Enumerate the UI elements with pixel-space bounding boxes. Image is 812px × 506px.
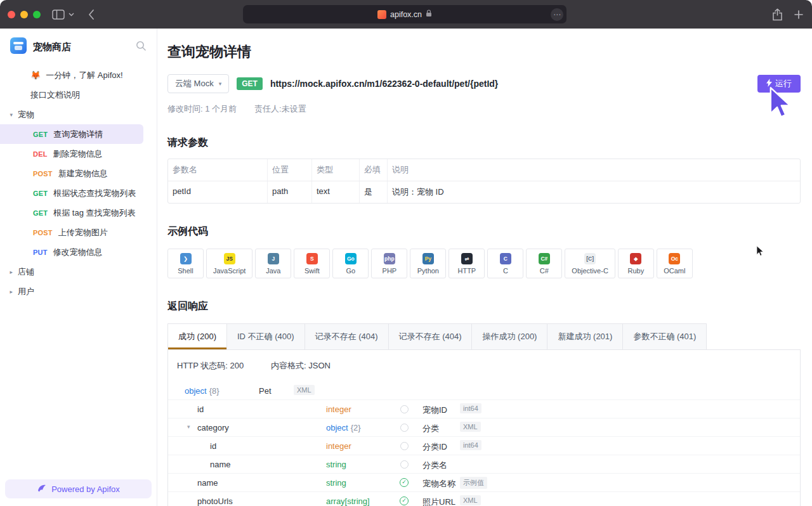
tab-created-201[interactable]: 新建成功 (201) bbox=[547, 323, 623, 350]
field-title: 分类名 bbox=[422, 460, 447, 471]
request-params-table: 参数名 位置 类型 必填 说明 petId path text 是 说明：宠物 … bbox=[167, 159, 801, 204]
schema-row-category-id[interactable]: id integer 分类ID int64 bbox=[168, 437, 800, 455]
lang-objc-button[interactable]: [C] Objective-C bbox=[565, 249, 615, 278]
run-button[interactable]: 运行 bbox=[757, 75, 801, 93]
objective-c-icon: [C] bbox=[584, 253, 596, 264]
schema-row-category[interactable]: category object{2} 分类 XML bbox=[168, 418, 800, 437]
tab-bad-param-401[interactable]: 参数不正确 (401) bbox=[622, 323, 707, 350]
chevron-down-icon[interactable] bbox=[187, 424, 190, 430]
schema-row-photourls[interactable]: photoUrls array[string] 照片URL XML bbox=[168, 492, 800, 506]
int64-badge: int64 bbox=[460, 403, 481, 413]
schema-row-category-name[interactable]: name string 分类名 bbox=[168, 455, 800, 474]
tab-success-200[interactable]: 成功 (200) bbox=[167, 323, 227, 350]
http-icon: ⇌ bbox=[461, 253, 473, 264]
browser-chrome: apifox.cn bbox=[0, 0, 812, 29]
minimize-window-button[interactable] bbox=[20, 11, 28, 18]
sidebar-item-delete-pet[interactable]: DEL 删除宠物信息 bbox=[0, 144, 157, 164]
php-icon: php bbox=[384, 253, 395, 264]
field-type: array[string] bbox=[326, 496, 370, 506]
field-title: 照片URL bbox=[422, 496, 455, 506]
lang-java-button[interactable]: J Java bbox=[255, 249, 291, 278]
lang-http-button[interactable]: ⇌ HTTP bbox=[449, 249, 485, 278]
response-panel: HTTP 状态码: 200 内容格式: JSON object{8} Pet X… bbox=[167, 349, 801, 506]
fullscreen-window-button[interactable] bbox=[33, 11, 41, 18]
sidebar-group-pets[interactable]: 宠物 bbox=[0, 105, 157, 124]
lang-c-button[interactable]: C C bbox=[487, 249, 523, 278]
param-description: 说明：宠物 ID bbox=[388, 181, 800, 203]
xml-badge[interactable]: XML bbox=[460, 422, 481, 432]
lang-shell-button[interactable]: ❯ Shell bbox=[167, 249, 204, 278]
site-favicon-icon bbox=[377, 10, 386, 19]
modified-time: 修改时间: 1 个月前 bbox=[167, 103, 237, 115]
tab-bad-id-400[interactable]: ID 不正确 (400) bbox=[226, 323, 305, 350]
sidebar-item-create-pet[interactable]: POST 新建宠物信息 bbox=[0, 164, 157, 183]
lang-python-button[interactable]: Py Python bbox=[410, 249, 446, 278]
col-param-name: 参数名 bbox=[168, 159, 268, 181]
active-tab-underline bbox=[168, 347, 226, 349]
mock-env-value: 云端 Mock bbox=[175, 78, 214, 89]
share-icon[interactable] bbox=[772, 8, 783, 21]
lang-csharp-button[interactable]: C# C# bbox=[526, 249, 562, 278]
field-count: {2} bbox=[351, 423, 361, 432]
tab-not-found-404-b[interactable]: 记录不存在 (404) bbox=[388, 323, 473, 350]
required-check-icon bbox=[400, 478, 409, 487]
lang-label: Swift bbox=[304, 267, 320, 275]
field-type: integer bbox=[326, 441, 351, 451]
tab-op-success-200[interactable]: 操作成功 (200) bbox=[471, 323, 547, 350]
col-required: 必填 bbox=[360, 159, 388, 181]
lock-icon bbox=[426, 10, 432, 19]
lang-ruby-button[interactable]: ◆ Ruby bbox=[618, 249, 654, 278]
sidebar-item-label: 修改宠物信息 bbox=[53, 247, 103, 258]
search-icon[interactable] bbox=[136, 41, 147, 54]
lang-php-button[interactable]: php PHP bbox=[371, 249, 407, 278]
xml-badge[interactable]: XML bbox=[294, 385, 315, 395]
sidebar-item-get-pet-detail[interactable]: GET 查询宠物详情 bbox=[0, 124, 143, 144]
back-button[interactable] bbox=[88, 9, 95, 20]
sidebar-group-users[interactable]: 用户 bbox=[0, 282, 157, 301]
example-value-badge[interactable]: 示例值 bbox=[460, 477, 487, 489]
sidebar-item-update-pet[interactable]: PUT 修改宠物信息 bbox=[0, 242, 157, 262]
go-icon: Go bbox=[345, 253, 357, 264]
close-window-button[interactable] bbox=[8, 11, 15, 18]
group-label: 宠物 bbox=[18, 109, 34, 120]
sidebar-item-label: 查询宠物详情 bbox=[53, 129, 103, 140]
type-text: integer bbox=[326, 405, 351, 414]
sidebar-toggle-icon[interactable] bbox=[52, 10, 65, 20]
group-label: 店铺 bbox=[18, 266, 34, 278]
field-name: id bbox=[197, 405, 204, 414]
optional-circle-icon bbox=[400, 405, 409, 413]
col-description: 说明 bbox=[388, 159, 800, 181]
language-buttons: ❯ Shell JS JavaScript J Java S Swift Go … bbox=[167, 249, 801, 278]
sidebar-item-find-by-tag[interactable]: GET 根据 tag 查找宠物列表 bbox=[0, 203, 157, 223]
address-bar[interactable]: apifox.cn bbox=[243, 5, 566, 23]
sidebar-item-docs[interactable]: 接口文档说明 bbox=[0, 85, 157, 105]
tab-not-found-404-a[interactable]: 记录不存在 (404) bbox=[304, 323, 389, 350]
powered-by-apifox[interactable]: Powered by Apifox bbox=[5, 479, 152, 498]
schema-row-id[interactable]: id integer 宠物ID int64 bbox=[168, 400, 800, 418]
url-text: apifox.cn bbox=[390, 10, 422, 19]
sidebar-item-upload-image[interactable]: POST 上传宠物图片 bbox=[0, 223, 157, 242]
endpoint-bar: 云端 Mock GET https://mock.apifox.cn/m1/62… bbox=[167, 74, 801, 93]
sidebar-group-store[interactable]: 店铺 bbox=[0, 262, 157, 282]
type-text: string bbox=[326, 478, 346, 488]
lang-label: C bbox=[503, 267, 508, 275]
xml-badge[interactable]: XML bbox=[460, 495, 481, 505]
more-options-button[interactable] bbox=[551, 8, 563, 21]
method-label: GET bbox=[33, 209, 48, 217]
page-title: 查询宠物详情 bbox=[167, 42, 801, 62]
java-icon: J bbox=[268, 253, 279, 264]
sidebar-item-label: 根据状态查找宠物列表 bbox=[53, 188, 136, 199]
schema-row-name[interactable]: name string 宠物名称 示例值 bbox=[168, 474, 800, 492]
lang-swift-button[interactable]: S Swift bbox=[294, 249, 330, 278]
sidebar-item-intro[interactable]: 🦊 一分钟，了解 Apifox! bbox=[0, 65, 157, 85]
lang-go-button[interactable]: Go Go bbox=[332, 249, 369, 278]
schema-row-root[interactable]: object{8} Pet XML bbox=[168, 382, 800, 400]
lang-ocaml-button[interactable]: Oc OCaml bbox=[657, 249, 693, 278]
chevron-down-icon[interactable] bbox=[69, 13, 74, 16]
new-tab-button[interactable] bbox=[794, 10, 803, 19]
mock-env-select[interactable]: 云端 Mock bbox=[167, 74, 229, 93]
sidebar-item-label: 根据 tag 查找宠物列表 bbox=[53, 207, 135, 219]
lang-javascript-button[interactable]: JS JavaScript bbox=[206, 249, 252, 278]
sidebar-item-find-by-status[interactable]: GET 根据状态查找宠物列表 bbox=[0, 183, 157, 203]
table-row[interactable]: petId path text 是 说明：宠物 ID bbox=[168, 181, 800, 203]
